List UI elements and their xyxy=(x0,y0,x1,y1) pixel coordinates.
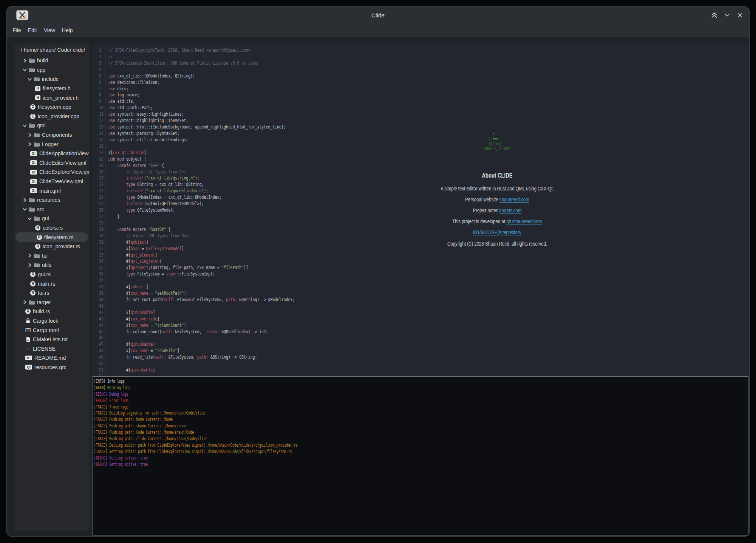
code-text[interactable]: #[cxx_override] xyxy=(105,316,749,322)
code-text[interactable]: fn read_file(self: &FileSystem, path: &Q… xyxy=(105,354,749,360)
tree-folder-src[interactable]: src xyxy=(14,205,90,214)
tree-folder-utils[interactable]: utils xyxy=(14,260,90,270)
code-text[interactable]: type FileSystem = super::FileSystemImpl; xyxy=(105,271,749,277)
tree-folder-qml[interactable]: qml xyxy=(14,121,90,130)
tree-folder-logger[interactable]: Logger xyxy=(14,139,90,149)
chevron-down-icon[interactable] xyxy=(27,77,32,82)
menu-help[interactable]: Help xyxy=(59,26,76,34)
tree-file-colors-rs[interactable]: Rcolors.rs xyxy=(14,223,90,233)
tree-file-icon-provider-rs[interactable]: Ricon_provider.rs xyxy=(14,242,90,251)
code-text[interactable] xyxy=(105,335,749,341)
code-text[interactable]: fn column_count(self: &FileSystem, _inde… xyxy=(105,329,749,335)
tree-file-resources-qrc[interactable]: Qtresources.qrc xyxy=(14,363,90,372)
code-text[interactable] xyxy=(105,303,749,309)
menu-view[interactable]: View xyxy=(40,26,59,34)
tree-file-filesystem-h[interactable]: Hfilesystem.h xyxy=(14,84,90,93)
code-text[interactable]: use cxx_qt_lib::{QModelIndex, QString}; xyxy=(105,73,749,79)
link-kdab-cxx-qt-repository[interactable]: KDAB CXX-Qt repository xyxy=(473,229,521,235)
chevron-down-icon[interactable] xyxy=(22,207,28,212)
code-text[interactable] xyxy=(105,360,749,367)
tree-folder-components[interactable]: Components xyxy=(14,130,90,140)
code-text[interactable] xyxy=(105,373,749,376)
tree-file-filesystem-rs[interactable]: Rfilesystem.rs xyxy=(15,232,88,242)
code-line: 7use dirs; xyxy=(93,86,749,92)
chevron-right-icon[interactable] xyxy=(27,253,32,258)
code-text[interactable] xyxy=(105,277,749,284)
close-button[interactable] xyxy=(736,11,744,19)
chevron-down-icon[interactable] xyxy=(27,216,32,221)
tree-file-icon-provider-cpp[interactable]: Cicon_provider.cpp xyxy=(14,112,90,121)
tree-file-cmakelists-txt[interactable]: CMakeLists.txt xyxy=(14,335,90,344)
code-text[interactable]: #[qml_singleton] xyxy=(105,258,749,265)
code-text[interactable]: use syntect::html::{IncludeBackground, a… xyxy=(105,124,749,130)
code-editor[interactable]: 1// SPDX-FileCopyrightText: 2026, Shaun … xyxy=(93,43,749,376)
keep-above-button[interactable] xyxy=(710,11,718,19)
chevron-down-icon[interactable] xyxy=(22,67,28,72)
link-shaunreed-com[interactable]: shaunreed.com xyxy=(499,196,529,203)
code-text[interactable]: // SPDX-FileCopyrightText: 2026, Shaun R… xyxy=(105,47,749,54)
chevron-right-icon[interactable] xyxy=(22,300,28,305)
menubar: FileEditViewHelp xyxy=(7,23,749,37)
minimize-button[interactable] xyxy=(723,11,731,19)
tree-folder-cpp[interactable]: cpp xyxy=(14,65,90,75)
code-line: 47 #[qinvokable] xyxy=(93,341,749,348)
link-git-shaunreed-com[interactable]: git.shaunreed.com xyxy=(506,218,542,224)
log-panel[interactable]: [INFO] Info logs[WARN] Warning logs[DEBU… xyxy=(93,376,748,535)
tree-file-filesystem-cpp[interactable]: Cfilesystem.cpp xyxy=(14,102,90,112)
chevron-right-icon[interactable] xyxy=(22,198,28,203)
tree-file-gui-rs[interactable]: Rgui.rs xyxy=(14,270,90,279)
code-text[interactable]: #[qinvokable] xyxy=(105,341,749,348)
tree-file-clideeditorview-qml[interactable]: QtClideEditorView.qml xyxy=(14,158,90,168)
code-text[interactable]: // xyxy=(105,54,749,60)
code-text[interactable]: #[cxx_name = "columnCount"] xyxy=(105,322,749,329)
tree-folder-gui[interactable]: gui xyxy=(14,214,90,223)
tree-file-clideapplicationview-qml[interactable]: QtClideApplicationView.qml xyxy=(14,149,90,158)
tree-folder-resources[interactable]: resources xyxy=(14,195,90,205)
tree-file-readme-md[interactable]: M↓README.md xyxy=(14,353,90,363)
chevron-right-icon[interactable] xyxy=(27,133,32,138)
tree-item-label: colors.rs xyxy=(43,225,63,231)
tree-file-tui-rs[interactable]: Rtui.rs xyxy=(14,288,90,298)
line-number: 26 xyxy=(99,207,105,213)
tree-folder-build[interactable]: build xyxy=(14,56,90,65)
tree-file-license[interactable]: ☆LICENSE xyxy=(14,344,90,353)
chevron-right-icon[interactable] xyxy=(22,58,28,63)
tree-root-path[interactable]: / home/ shaun/ Code/ clide/ xyxy=(14,43,90,56)
code-text[interactable]: use dirs; xyxy=(105,86,749,92)
titlebar[interactable]: Clide xyxy=(7,7,749,23)
code-text[interactable]: fn set_root_path(self: Pin<&mut FileSyst… xyxy=(105,297,749,303)
code-text[interactable]: use std::path::Path; xyxy=(105,105,749,111)
code-text[interactable]: use devicons::FileIcon; xyxy=(105,79,749,86)
tree-file-build-rs[interactable]: Rbuild.rs xyxy=(14,307,90,316)
code-text[interactable]: use syntect::easy::HighlightLines; xyxy=(105,111,749,118)
tree-file-cargo-toml[interactable]: [T]Cargo.toml xyxy=(14,325,90,335)
chevron-down-icon[interactable] xyxy=(22,123,28,128)
code-text[interactable]: #[inherit] xyxy=(105,284,749,290)
tree-folder-include[interactable]: include xyxy=(14,74,90,84)
tree-folder-tui[interactable]: tui xyxy=(14,251,90,260)
code-text[interactable]: #[cxx_name = "readFile"] xyxy=(105,348,749,354)
code-text[interactable]: #[cxx_name = "setRootPath"] xyxy=(105,290,749,297)
code-text[interactable]: // SPDX-License-Identifier: GNU General … xyxy=(105,60,749,67)
menu-edit[interactable]: Edit xyxy=(25,26,40,34)
code-text[interactable]: use syntect::highlighting::ThemeSet; xyxy=(105,118,749,124)
tree-folder-target[interactable]: target xyxy=(14,297,90,307)
tree-file-clideexplorerview-qml[interactable]: QtClideExplorerView.qml xyxy=(14,167,90,177)
tree-item-label: gui xyxy=(42,215,49,221)
link-knoats-com[interactable]: knoats.com xyxy=(499,207,522,213)
chevron-right-icon[interactable] xyxy=(27,142,32,147)
tree-file-icon-provider-h[interactable]: Hicon_provider.h xyxy=(14,93,90,102)
code-text[interactable]: #[qml_element] xyxy=(105,252,749,258)
code-text[interactable]: use std::fs; xyxy=(105,98,749,105)
menu-file[interactable]: File xyxy=(9,26,25,34)
code-text[interactable]: use log::warn; xyxy=(105,92,749,98)
tree-file-cargo-lock[interactable]: Cargo.lock xyxy=(14,316,90,326)
code-text[interactable] xyxy=(105,67,749,73)
chevron-right-icon[interactable] xyxy=(27,263,32,268)
code-text[interactable]: #[qinvokable] xyxy=(105,367,749,373)
tree-file-main-qml[interactable]: Qtmain.qml xyxy=(14,186,90,195)
tree-file-clidetreeview-qml[interactable]: QtClideTreeView.qml xyxy=(14,177,90,186)
tree-file-main-rs[interactable]: Rmain.rs xyxy=(14,279,90,288)
code-text[interactable]: #[qinvokable] xyxy=(105,309,749,316)
code-text[interactable]: #[qproperty(QString, file_path, cxx_name… xyxy=(105,265,749,271)
